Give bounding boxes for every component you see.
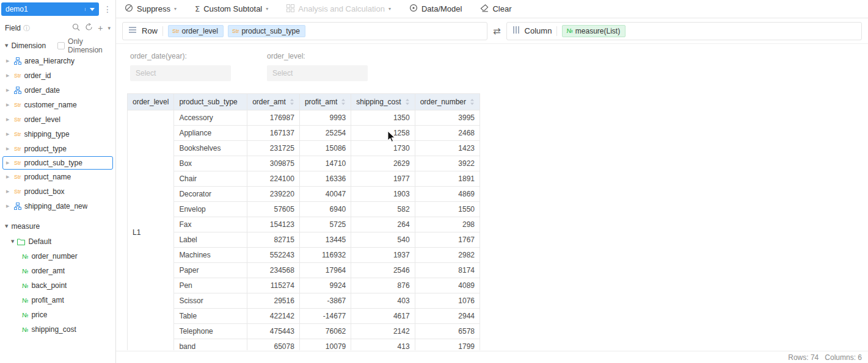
measure-item-price[interactable]: №price [0, 307, 115, 322]
dimension-list: ▶area_Hierarchy▶Strorder_id▶order_date▶S… [0, 54, 115, 214]
cell-value: 2982 [415, 248, 480, 263]
dimension-item-product_box[interactable]: ▶Strproduct_box [0, 184, 115, 199]
add-field-icon[interactable]: + [98, 24, 103, 32]
filter-label: order_date(year): [130, 52, 231, 60]
measure-item-profit_amt[interactable]: №profit_amt [0, 293, 115, 307]
more-options-icon[interactable]: ⋮ [103, 5, 112, 13]
dimension-section-header[interactable]: ▼ Dimension Only Dimension [0, 38, 115, 54]
search-icon[interactable] [72, 23, 80, 33]
dimension-item-shipping_date_new[interactable]: ▶shipping_date_new [0, 199, 115, 214]
status-columns: Columns: 6 [825, 353, 862, 362]
cell-value: 40047 [299, 187, 351, 202]
sort-icon[interactable] [470, 98, 475, 106]
sort-icon[interactable] [405, 98, 410, 106]
column-chip-list: №measure(List) [562, 25, 625, 37]
expand-caret-icon[interactable]: ▶ [6, 88, 11, 93]
collapse-caret-icon[interactable]: ▼ [11, 239, 14, 244]
cell-product-sub-type: Machines [174, 248, 247, 263]
collapse-caret-icon[interactable]: ▼ [5, 224, 8, 229]
expand-caret-icon[interactable]: ▶ [6, 189, 11, 194]
string-field-icon: Str [14, 131, 21, 137]
measure-item-order_amt[interactable]: №order_amt [0, 264, 115, 278]
only-dimension-label: Only Dimension [68, 37, 111, 54]
cell-value: 167137 [247, 126, 300, 141]
measure-item-order_number[interactable]: №order_number [0, 249, 115, 264]
cell-value: 1423 [415, 141, 480, 156]
order-date-year-select[interactable]: Select [130, 65, 231, 81]
cell-value: 9993 [299, 110, 351, 126]
measure-item-shipping_cost[interactable]: №shipping_cost [0, 322, 115, 337]
dataset-selector-button[interactable]: demo1 [1, 2, 99, 16]
order-level-select[interactable]: Select [267, 65, 368, 81]
cell-value: 14710 [299, 156, 351, 171]
dimension-item-customer_name[interactable]: ▶Strcustomer_name [0, 98, 115, 112]
cell-value: 115274 [247, 278, 300, 293]
cell-value: 298 [415, 217, 480, 232]
swap-row-column-icon[interactable]: ⇄ [493, 26, 501, 37]
custom-subtotal-button[interactable]: Σ Custom Subtotal ▾ [195, 4, 268, 13]
group-cell-order-level: L1 [128, 110, 174, 351]
cell-value: 422142 [247, 309, 300, 324]
column-header-order_number[interactable]: order_number [415, 94, 480, 110]
cell-product-sub-type: Accessory [174, 110, 247, 126]
dimension-item-product_type[interactable]: ▶Strproduct_type [0, 142, 115, 156]
field-chip-product_sub_type[interactable]: Strproduct_sub_type [228, 25, 305, 37]
data-model-button[interactable]: Data/Model [409, 4, 462, 14]
data-model-icon [409, 4, 418, 14]
measure-folder[interactable]: ▼ Default [0, 234, 115, 249]
cell-value: 6578 [415, 324, 480, 339]
expand-caret-icon[interactable]: ▶ [6, 146, 11, 151]
cell-value: 234568 [247, 263, 300, 278]
clear-button[interactable]: Clear [480, 4, 511, 14]
cell-value: 116932 [299, 248, 351, 263]
measure-item-back_point[interactable]: №back_point [0, 278, 115, 293]
column-header-product_sub_type: product_sub_type [174, 94, 247, 110]
dimension-item-area_Hierarchy[interactable]: ▶area_Hierarchy [0, 54, 115, 68]
info-icon[interactable]: ⓘ [23, 24, 30, 33]
collapse-caret-icon[interactable]: ▼ [5, 43, 8, 48]
only-dimension-checkbox[interactable] [57, 42, 65, 49]
column-header-profit_amt[interactable]: profit_amt [299, 94, 351, 110]
expand-caret-icon[interactable]: ▶ [6, 117, 11, 122]
column-header-order_amt[interactable]: order_amt [247, 94, 300, 110]
expand-caret-icon[interactable]: ▶ [6, 174, 11, 179]
dimension-item-order_date[interactable]: ▶order_date [0, 83, 115, 98]
cell-value: 25254 [299, 126, 351, 141]
dimension-item-product_sub_type[interactable]: ▶Strproduct_sub_type [2, 156, 113, 170]
sort-icon[interactable] [290, 98, 294, 106]
row-shelf-label: Row [142, 26, 158, 35]
dataset-bar: demo1 ⋮ [0, 0, 115, 18]
expand-caret-icon[interactable]: ▶ [6, 204, 11, 209]
dimension-item-product_name[interactable]: ▶Strproduct_name [0, 170, 115, 184]
expand-caret-icon[interactable]: ▶ [6, 132, 11, 137]
suppress-button[interactable]: Suppress ▾ [125, 4, 177, 14]
expand-caret-icon[interactable]: ▶ [6, 160, 11, 165]
measure-section-header[interactable]: ▼ measure [0, 218, 115, 234]
row-shelf[interactable]: Row Strorder_levelStrproduct_sub_type [122, 22, 487, 40]
number-field-icon: № [566, 27, 572, 34]
dimension-item-order_id[interactable]: ▶Strorder_id [0, 68, 115, 83]
sort-fields-caret-icon[interactable]: ▾ [108, 25, 111, 31]
column-header-shipping_cost[interactable]: shipping_cost [351, 94, 415, 110]
table-row: Bookshelves2317251508617301423 [128, 141, 480, 156]
cell-value: 1799 [415, 339, 480, 351]
dimension-item-order_level[interactable]: ▶Strorder_level [0, 112, 115, 127]
cell-value: 4617 [351, 309, 415, 324]
grid-icon [286, 4, 294, 14]
number-field-icon: № [22, 326, 28, 333]
analysis-calculation-button: Analysis and Calculation ▾ [286, 4, 391, 14]
expand-caret-icon[interactable]: ▶ [6, 73, 11, 78]
string-field-icon: Str [232, 28, 239, 34]
cell-value: 1767 [415, 232, 480, 248]
field-chip-order_level[interactable]: Strorder_level [168, 25, 224, 37]
cell-product-sub-type: Envelop [174, 202, 247, 217]
expand-caret-icon[interactable]: ▶ [6, 59, 11, 63]
dimension-item-shipping_type[interactable]: ▶Strshipping_type [0, 127, 115, 142]
cell-value: 403 [351, 293, 415, 309]
refresh-icon[interactable] [85, 23, 93, 33]
cell-value: 2629 [351, 156, 415, 171]
field-chip-measure(List)[interactable]: №measure(List) [562, 25, 625, 37]
column-shelf[interactable]: Column №measure(List) [506, 22, 862, 40]
sort-icon[interactable] [341, 98, 346, 106]
expand-caret-icon[interactable]: ▶ [6, 102, 11, 107]
